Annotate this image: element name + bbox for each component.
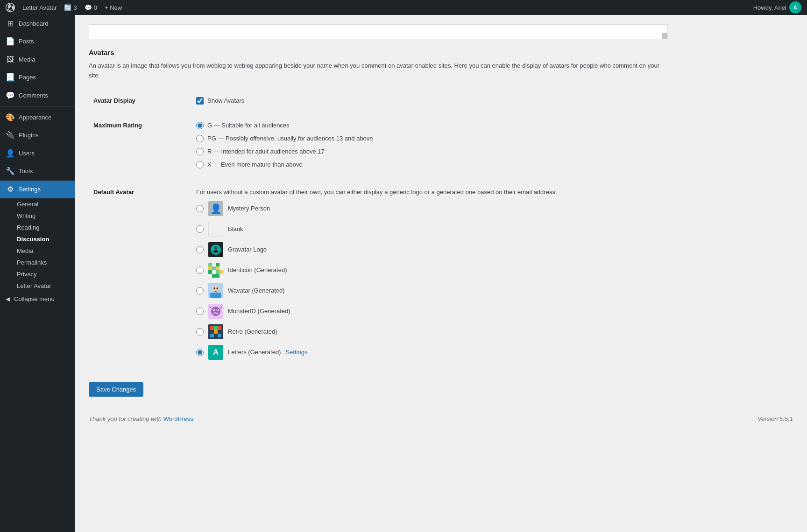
- footer-wordpress-link[interactable]: WordPress: [163, 415, 193, 422]
- topbar-right: Howdy, Ariel A: [753, 1, 801, 14]
- avatar-letters-img: A: [208, 345, 223, 360]
- wp-logo-icon: [6, 3, 15, 12]
- svg-point-20: [217, 309, 218, 310]
- default-avatar-row: Default Avatar For users without a custo…: [89, 181, 668, 372]
- sidebar-item-appearance[interactable]: 🎨 Appearance: [0, 109, 75, 126]
- default-avatar-options: For users without a custom avatar of the…: [191, 181, 668, 372]
- svg-point-13: [217, 287, 218, 289]
- svg-rect-1: [208, 263, 212, 266]
- sidebar-label-dashboard: Dashboard: [19, 20, 49, 28]
- avatar-identicon-radio[interactable]: [196, 266, 204, 274]
- svg-rect-27: [214, 326, 218, 330]
- avatar-mystery-radio[interactable]: [196, 205, 204, 212]
- svg-rect-25: [210, 334, 214, 337]
- topbar-site[interactable]: Letter Avatar: [22, 4, 57, 11]
- admin-topbar: Letter Avatar 🔄 3 💬 0 + New Howdy, Ariel…: [0, 0, 807, 15]
- content-area: Avatars An avatar is an image that follo…: [75, 15, 682, 406]
- appearance-icon: 🎨: [6, 112, 15, 123]
- media-icon: 🖼: [6, 55, 15, 65]
- topbar-updates[interactable]: 🔄 3: [64, 4, 77, 11]
- sidebar-label-users: Users: [19, 149, 35, 158]
- topbar-new-button[interactable]: + New: [105, 4, 122, 11]
- pages-icon: 📃: [6, 72, 15, 83]
- sidebar-item-comments[interactable]: 💬 Comments: [0, 87, 75, 105]
- howdy-section[interactable]: Howdy, Ariel A: [753, 1, 801, 14]
- rating-r-label: R — Intended for adult audiences above 1…: [207, 148, 325, 155]
- save-changes-button[interactable]: Save Changes: [89, 382, 143, 397]
- wp-logo-item[interactable]: [6, 3, 15, 12]
- submenu-item-discussion[interactable]: Discussion: [0, 233, 75, 245]
- submenu-item-letter-avatar[interactable]: Letter Avatar: [0, 280, 75, 292]
- collapse-label: Collapse menu: [14, 295, 55, 302]
- submenu-item-reading[interactable]: Reading: [0, 222, 75, 233]
- avatar-display-row: Avatar Display Show Avatars: [89, 90, 668, 115]
- section-desc: An avatar is an image that follows you f…: [89, 61, 668, 81]
- resize-handle[interactable]: [662, 33, 667, 39]
- updates-icon: 🔄: [64, 4, 71, 11]
- settings-submenu: General Writing Reading Discussion Media…: [0, 198, 75, 292]
- avatar-identicon-row: Identicon (Generated): [196, 263, 663, 278]
- user-avatar: A: [789, 1, 801, 14]
- avatar-mystery-img: 👤: [208, 201, 223, 216]
- main-content: Avatars An avatar is an image that follo…: [75, 15, 807, 532]
- avatar-mystery-label: Mystery Person: [228, 205, 270, 212]
- svg-point-12: [214, 287, 215, 289]
- svg-rect-9: [219, 270, 223, 274]
- sidebar-item-posts[interactable]: 📄 Posts: [0, 33, 75, 50]
- submenu-item-media[interactable]: Media: [0, 245, 75, 257]
- updates-count: 3: [73, 4, 77, 11]
- sidebar-item-plugins[interactable]: 🔌 Plugins: [0, 126, 75, 144]
- svg-point-16: [211, 307, 220, 316]
- dashboard-icon: ⊞: [6, 19, 15, 29]
- topbar-comments[interactable]: 💬 0: [85, 4, 97, 11]
- svg-rect-8: [216, 266, 219, 270]
- sidebar-item-dashboard[interactable]: ⊞ Dashboard: [0, 15, 75, 33]
- sidebar-label-tools: Tools: [19, 167, 33, 175]
- sidebar-item-media[interactable]: 🖼 Media: [0, 51, 75, 69]
- wp-footer: Thank you for creating with WordPress. V…: [75, 406, 807, 432]
- collapse-menu-button[interactable]: ◀ Collapse menu: [0, 292, 75, 306]
- avatar-retro-radio[interactable]: [196, 328, 204, 336]
- svg-rect-26: [218, 334, 221, 337]
- svg-rect-3: [216, 263, 219, 266]
- comments-icon: 💬: [85, 4, 92, 11]
- footer-version: Version 5.5.1: [757, 415, 793, 422]
- avatar-blank-label: Blank: [228, 225, 243, 232]
- sidebar-label-settings: Settings: [19, 185, 41, 194]
- submenu-item-privacy[interactable]: Privacy: [0, 268, 75, 280]
- sidebar: ⊞ Dashboard 📄 Posts 🖼 Media 📃 Pages 💬 Co…: [0, 15, 75, 532]
- avatar-letters-radio[interactable]: [196, 349, 204, 356]
- avatar-blank-row: Blank: [196, 222, 663, 237]
- avatar-monster-radio[interactable]: [196, 308, 204, 315]
- svg-rect-24: [214, 330, 218, 334]
- rating-pg-radio[interactable]: [196, 135, 204, 142]
- avatar-gravatar-radio[interactable]: [196, 246, 204, 253]
- show-avatars-label[interactable]: Show Avatars: [207, 97, 244, 104]
- footer-thank-you: Thank you for creating with: [89, 415, 162, 422]
- rating-g-row: G — Suitable for all audiences: [196, 122, 663, 129]
- sidebar-item-settings[interactable]: ⚙ Settings: [0, 181, 75, 198]
- avatar-blank-radio[interactable]: [196, 225, 204, 233]
- submenu-item-general[interactable]: General: [0, 198, 75, 210]
- plugins-icon: 🔌: [6, 130, 15, 140]
- sidebar-item-users[interactable]: 👤 Users: [0, 145, 75, 162]
- sidebar-item-pages[interactable]: 📃 Pages: [0, 69, 75, 86]
- letters-settings-link[interactable]: Settings: [285, 349, 307, 356]
- submenu-item-permalinks[interactable]: Permalinks: [0, 257, 75, 268]
- avatar-wavatar-label: Wavatar (Generated): [228, 287, 285, 294]
- svg-rect-23: [218, 326, 221, 330]
- comments-count: 0: [94, 4, 97, 11]
- rating-x-radio[interactable]: [196, 161, 204, 168]
- howdy-text: Howdy, Ariel: [753, 4, 786, 11]
- rating-r-radio[interactable]: [196, 148, 204, 155]
- site-name: Letter Avatar: [22, 4, 57, 11]
- rating-r-row: R — Intended for adult audiences above 1…: [196, 148, 663, 155]
- sidebar-divider-1: [0, 106, 75, 107]
- show-avatars-checkbox[interactable]: [196, 97, 204, 105]
- submenu-item-writing[interactable]: Writing: [0, 210, 75, 222]
- sidebar-item-tools[interactable]: 🔧 Tools: [0, 162, 75, 180]
- avatar-letters-row: A Letters (Generated) Settings: [196, 345, 663, 360]
- rating-g-radio[interactable]: [196, 122, 204, 129]
- comments-menu-icon: 💬: [6, 91, 15, 101]
- avatar-wavatar-radio[interactable]: [196, 287, 204, 294]
